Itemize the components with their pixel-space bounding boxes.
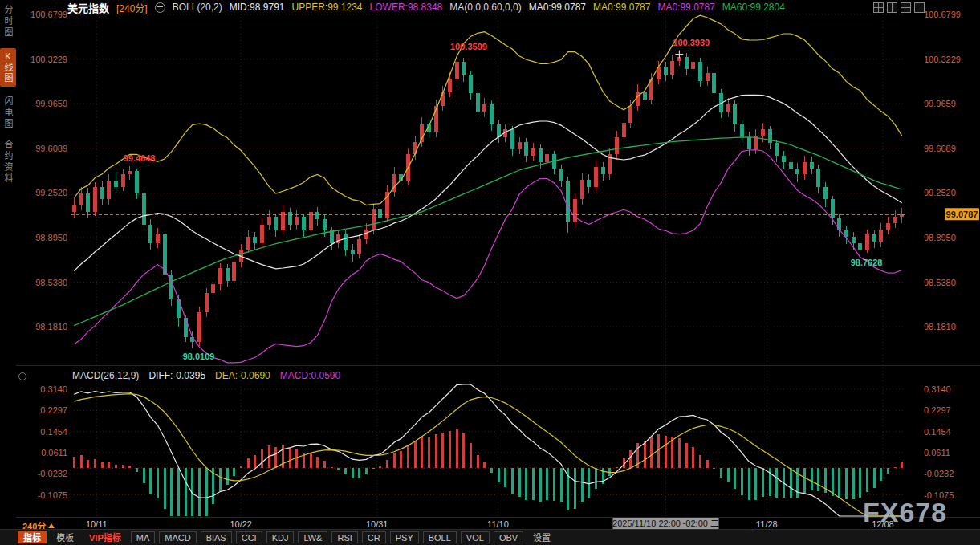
symbol-title: 美元指数: [67, 0, 109, 15]
macd-legend: MACD(26,12,9) DIFF:-0.0395 DEA:-0.0690 M…: [72, 370, 340, 381]
panel-collapse-icon[interactable]: [18, 372, 26, 380]
chart-header: 美元指数 [240分] BOLL(20,2) MID:98.9791 UPPER…: [67, 0, 785, 14]
svg-text:98.7628: 98.7628: [851, 258, 883, 267]
toolbar-tab-cr[interactable]: CR: [362, 531, 386, 543]
sidebar-item-candle-chart[interactable]: K线图: [0, 48, 16, 87]
svg-text:0.2297: 0.2297: [40, 405, 67, 415]
svg-text:98.1810: 98.1810: [35, 322, 67, 331]
toolbar-tab-lwr[interactable]: LW&: [298, 531, 327, 543]
candlesticks: [72, 51, 904, 348]
svg-text:98.1810: 98.1810: [924, 322, 956, 331]
svg-text:0.1454: 0.1454: [924, 427, 951, 437]
macd-dea-value: DEA:-0.0690: [215, 370, 270, 381]
boll-mid-value: MID:98.9791: [230, 2, 285, 13]
layout-icons-group: [873, 2, 925, 13]
svg-text:10/22: 10/22: [230, 519, 252, 529]
svg-text:99.2520: 99.2520: [35, 188, 67, 197]
period-up-arrow-icon: [48, 523, 55, 528]
sidebar-item-time-share-chart[interactable]: 分时图: [2, 5, 14, 39]
svg-text:100.6799: 100.6799: [924, 10, 961, 19]
svg-text:11/10: 11/10: [487, 519, 509, 529]
svg-text:98.5380: 98.5380: [35, 278, 67, 287]
svg-text:98.8950: 98.8950: [35, 233, 67, 242]
svg-text:98.0109: 98.0109: [183, 352, 215, 361]
macd-histogram: [73, 429, 903, 516]
svg-text:99.9659: 99.9659: [924, 99, 956, 108]
trading-app: 100.6799100.6799100.3229100.322999.96599…: [0, 0, 980, 545]
layout-quad-icon[interactable]: [873, 2, 884, 13]
toolbar-tab-settings[interactable]: 设置: [527, 531, 556, 543]
toolbar-tab-cci[interactable]: CCI: [236, 531, 262, 543]
svg-text:0.3140: 0.3140: [924, 384, 951, 394]
sidebar-item-flash-chart[interactable]: 闪电图: [2, 96, 14, 130]
chart-canvas[interactable]: 100.6799100.6799100.3229100.322999.96599…: [0, 0, 980, 545]
svg-text:100.3229: 100.3229: [924, 55, 961, 64]
svg-text:100.3939: 100.3939: [673, 38, 710, 47]
price-annotations: 99.464898.0109100.3599100.393998.7628: [124, 38, 883, 361]
svg-text:2025/11/18 22:00~02:00 二: 2025/11/18 22:00~02:00 二: [612, 519, 719, 528]
svg-text:100.3599: 100.3599: [450, 42, 487, 51]
svg-text:99.9659: 99.9659: [35, 99, 67, 108]
svg-text:99.6089: 99.6089: [924, 144, 956, 153]
toolbar-tab-macd[interactable]: MACD: [159, 531, 196, 543]
overlay-lines: [74, 15, 901, 363]
svg-text:100.6799: 100.6799: [30, 10, 67, 19]
watermark: FX678: [863, 498, 947, 527]
gridlines: [71, 14, 905, 517]
svg-text:0.0611: 0.0611: [41, 448, 67, 458]
macd-hist-value: MACD:0.0590: [280, 370, 340, 381]
ma-value-0: MA0:99.0787: [529, 2, 586, 13]
svg-text:-0.0232: -0.0232: [38, 469, 67, 478]
toolbar-tab-ma[interactable]: MA: [131, 531, 156, 543]
sidebar-item-contract-info[interactable]: 合约资料: [2, 140, 14, 185]
period-label[interactable]: [240分]: [116, 1, 148, 14]
left-sidebar: 分时图 K线图 闪电图 合约资料: [0, 0, 16, 529]
ma-value-2: MA0:99.0787: [657, 2, 714, 13]
toolbar-tab-bias[interactable]: BIAS: [201, 531, 232, 543]
toolbar-tab-indicators[interactable]: 指标: [18, 531, 47, 543]
svg-text:-0.1075: -0.1075: [38, 490, 67, 500]
ma-label: MA(0,0,0,60,0,0): [449, 2, 521, 13]
svg-text:11/28: 11/28: [756, 519, 778, 529]
zoom-out-icon[interactable]: [155, 2, 165, 13]
toolbar-tab-vol[interactable]: VOL: [461, 531, 490, 543]
svg-text:0.0611: 0.0611: [924, 448, 950, 458]
svg-text:0.1454: 0.1454: [40, 427, 67, 437]
svg-text:-0.0232: -0.0232: [924, 469, 954, 478]
boll-lower-value: LOWER:98.8348: [370, 2, 443, 13]
svg-text:99.2520: 99.2520: [924, 188, 956, 197]
svg-text:99.0787: 99.0787: [946, 209, 978, 219]
ma-value-3: MA60:99.2804: [722, 2, 785, 13]
toolbar-tab-templates[interactable]: 模板: [51, 531, 79, 543]
svg-text:100.3229: 100.3229: [30, 55, 67, 64]
current-price-line: 99.0787: [71, 208, 979, 220]
bottom-toolbar: 指标模板VIP指标MAMACDBIASCCIKDJLW&RSICRPSYBOLL…: [0, 529, 980, 545]
toolbar-tab-kdj[interactable]: KDJ: [266, 531, 295, 543]
boll-label: BOLL(20,2): [173, 2, 222, 13]
svg-text:0.2297: 0.2297: [924, 405, 951, 415]
layout-hsplit-icon[interactable]: [901, 2, 911, 13]
toolbar-tab-boll[interactable]: BOLL: [423, 531, 457, 543]
boll-upper-value: UPPER:99.1234: [291, 2, 362, 13]
svg-text:0.3140: 0.3140: [40, 384, 67, 394]
toolbar-tab-rsi[interactable]: RSI: [331, 531, 357, 543]
toolbar-tab-vip-indicators[interactable]: VIP指标: [83, 531, 127, 543]
svg-text:10/11: 10/11: [86, 519, 108, 529]
macd-diff-value: DIFF:-0.0395: [148, 370, 205, 381]
layout-single-icon[interactable]: [914, 2, 925, 13]
axis-labels: 100.6799100.6799100.3229100.322999.96599…: [30, 10, 961, 529]
ma-values: MA0:99.0787MA0:99.0787MA0:99.0787MA60:99…: [529, 2, 785, 13]
svg-text:10/31: 10/31: [366, 519, 388, 529]
macd-params-label: MACD(26,12,9): [72, 370, 139, 381]
svg-text:98.8950: 98.8950: [924, 233, 956, 242]
toolbar-tab-obv[interactable]: OBV: [494, 531, 523, 543]
toolbar-tab-psy[interactable]: PSY: [390, 531, 419, 543]
svg-text:99.6089: 99.6089: [35, 144, 67, 153]
ma-value-1: MA0:99.0787: [593, 2, 650, 13]
svg-text:99.4648: 99.4648: [124, 153, 156, 163]
svg-text:98.5380: 98.5380: [924, 278, 956, 287]
layout-vsplit-icon[interactable]: [887, 2, 897, 13]
